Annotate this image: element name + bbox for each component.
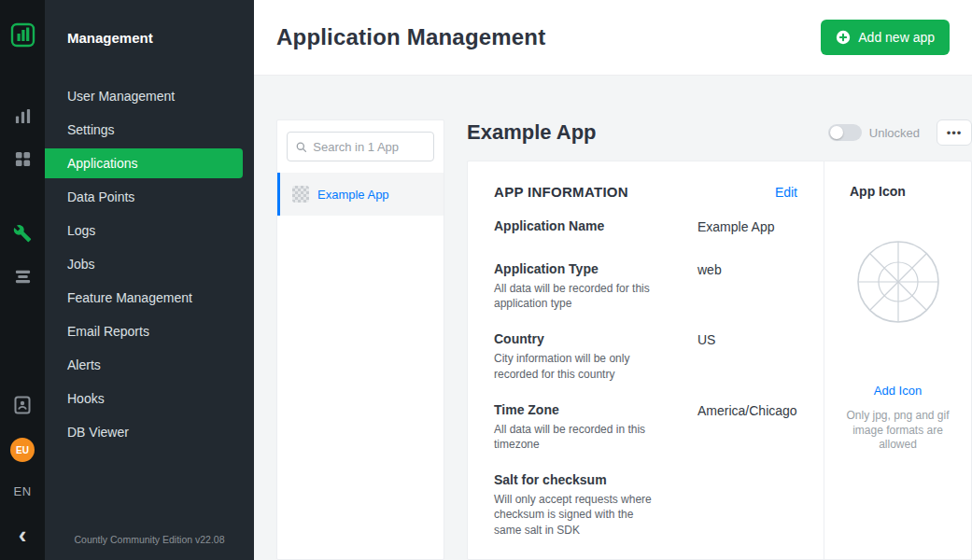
field-label: Application Name bbox=[494, 218, 655, 233]
icon-format-note: Only jpg, png and gif image formats are … bbox=[843, 409, 953, 453]
countly-logo[interactable] bbox=[10, 22, 35, 51]
app-detail-title: Example App bbox=[467, 120, 828, 145]
field-row-application-name: Application Name Example App bbox=[468, 218, 824, 234]
app-icon-title: App Icon bbox=[824, 184, 971, 199]
app-information-section: APP INFORMATION Edit Application Name Ex… bbox=[468, 161, 824, 559]
sidebar-item-jobs[interactable]: Jobs bbox=[45, 249, 243, 279]
add-icon-link[interactable]: Add Icon bbox=[824, 384, 971, 398]
dashboards-nav-button[interactable] bbox=[0, 143, 45, 175]
field-value: US bbox=[697, 331, 715, 381]
field-label: Salt for checksum bbox=[494, 472, 655, 487]
app-search-wrap bbox=[277, 120, 444, 173]
field-description: Will only accept requests where checksum… bbox=[494, 492, 655, 538]
app-detail: Example App Unlocked ••• APP INFORMATION… bbox=[467, 119, 972, 560]
content-area: Example App Example App Unlocked ••• APP… bbox=[254, 76, 972, 560]
field-row-salt-for-checksum: Salt for checksum Will only accept reque… bbox=[468, 472, 824, 538]
add-new-app-button[interactable]: Add new app bbox=[821, 20, 950, 55]
app-icon-panel: App Icon Add Icon Only jpg, png and gif … bbox=[824, 161, 971, 559]
add-new-app-label: Add new app bbox=[858, 30, 935, 45]
more-options-button[interactable]: ••• bbox=[937, 119, 972, 146]
collapse-sidebar-button[interactable]: ‹ bbox=[19, 523, 27, 547]
app-list-item-example-app[interactable]: Example App bbox=[277, 173, 444, 216]
field-label: Country bbox=[494, 331, 655, 346]
user-document-icon bbox=[14, 396, 31, 414]
icon-rail: EU EN ‹ bbox=[0, 0, 45, 560]
countly-logo-icon bbox=[10, 22, 35, 48]
sidebar-item-db-viewer[interactable]: DB Viewer bbox=[45, 417, 243, 447]
lock-toggle[interactable] bbox=[828, 124, 862, 141]
grid-icon bbox=[14, 150, 32, 168]
sidebar-item-logs[interactable]: Logs bbox=[45, 216, 243, 245]
field-description: All data will be recorded for this appli… bbox=[494, 281, 655, 311]
wrench-icon bbox=[13, 224, 32, 243]
data-manager-nav-button[interactable] bbox=[0, 260, 45, 292]
sidebar-item-feature-management[interactable]: Feature Management bbox=[45, 283, 243, 313]
sidebar-menu: User Management Settings Applications Da… bbox=[45, 81, 254, 447]
field-row-application-type: Application Type All data will be record… bbox=[468, 261, 824, 311]
edit-link[interactable]: Edit bbox=[775, 185, 797, 200]
analytics-nav-button[interactable] bbox=[0, 100, 45, 132]
app-thumbnail-placeholder-icon bbox=[292, 186, 309, 203]
field-value: Example App bbox=[697, 218, 775, 234]
app-search-box bbox=[287, 132, 434, 161]
lock-state-label: Unlocked bbox=[869, 126, 920, 140]
page-header: Application Management Add new app bbox=[254, 0, 972, 76]
section-title: APP INFORMATION bbox=[494, 184, 628, 200]
app-icon-placeholder-icon bbox=[856, 240, 940, 324]
field-description: City information will be only recorded f… bbox=[494, 351, 655, 381]
bar-chart-icon bbox=[14, 107, 32, 125]
main-area: Application Management Add new app bbox=[254, 0, 972, 560]
field-row-country: Country City information will be only re… bbox=[468, 331, 824, 381]
app-list-card: Example App bbox=[276, 119, 444, 560]
field-row-time-zone: Time Zone All data will be recorded in t… bbox=[468, 402, 824, 452]
plus-circle-icon bbox=[836, 30, 851, 45]
sidebar-title: Management bbox=[45, 0, 254, 46]
field-description: All data will be recorded in this timezo… bbox=[494, 422, 655, 452]
app-search-input[interactable] bbox=[313, 140, 425, 154]
app-information-header: APP INFORMATION Edit bbox=[468, 161, 824, 218]
sidebar-item-hooks[interactable]: Hooks bbox=[45, 384, 243, 413]
stack-icon bbox=[14, 268, 32, 286]
field-label: Application Type bbox=[494, 261, 655, 276]
field-label: Time Zone bbox=[494, 402, 655, 417]
sidebar-item-settings[interactable]: Settings bbox=[45, 115, 243, 145]
sidebar-item-user-management[interactable]: User Management bbox=[45, 81, 243, 111]
management-sidebar: Management User Management Settings Appl… bbox=[45, 0, 254, 560]
sidebar-item-email-reports[interactable]: Email Reports bbox=[45, 316, 243, 346]
sidebar-item-alerts[interactable]: Alerts bbox=[45, 350, 243, 380]
user-avatar[interactable]: EU bbox=[10, 438, 35, 462]
field-value: America/Chicago bbox=[697, 402, 797, 452]
toggle-knob-icon bbox=[830, 126, 843, 139]
app-item-label: Example App bbox=[317, 188, 389, 202]
search-icon bbox=[296, 141, 306, 153]
user-guides-button[interactable] bbox=[0, 389, 45, 421]
app-information-card: APP INFORMATION Edit Application Name Ex… bbox=[467, 161, 972, 560]
field-value: web bbox=[697, 261, 722, 311]
version-footer: Countly Community Edition v22.08 bbox=[45, 534, 254, 545]
language-selector[interactable]: EN bbox=[13, 484, 31, 498]
app-detail-header: Example App Unlocked ••• bbox=[467, 119, 972, 146]
page-title: Application Management bbox=[276, 24, 545, 50]
sidebar-item-applications[interactable]: Applications bbox=[45, 148, 243, 178]
management-nav-button[interactable] bbox=[0, 217, 45, 249]
sidebar-item-data-points[interactable]: Data Points bbox=[45, 182, 243, 212]
